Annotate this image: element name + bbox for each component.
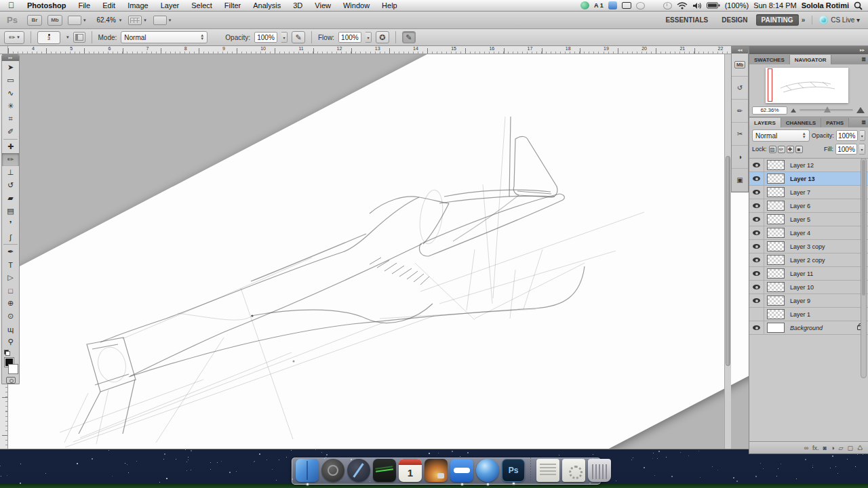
layer-visibility-toggle[interactable]: [749, 267, 764, 280]
pressure-size-button[interactable]: ✎: [402, 31, 416, 43]
workspace-essentials[interactable]: ESSENTIALS: [660, 14, 713, 26]
blur-tool[interactable]: ❜: [2, 218, 19, 230]
finder-dock-icon[interactable]: [296, 459, 319, 482]
layer-row[interactable]: Layer 11: [749, 267, 868, 281]
photoshop-dock-icon[interactable]: Ps: [502, 459, 525, 482]
sync-menu-icon[interactable]: [636, 2, 645, 9]
layers-fill-field[interactable]: 100%: [835, 144, 857, 155]
layer-row[interactable]: Layer 2 copy: [749, 253, 868, 267]
tools-panel-header[interactable]: ▸▸: [2, 55, 19, 61]
apple-menu-icon[interactable]: : [0, 1, 21, 10]
flow-field[interactable]: 100%: [338, 32, 361, 43]
layer-row[interactable]: Layer 1: [749, 308, 868, 321]
pressure-opacity-button[interactable]: ✎: [292, 31, 305, 43]
display-menu-icon[interactable]: [622, 2, 631, 9]
layer-thumbnail[interactable]: [764, 323, 787, 333]
menu-view[interactable]: View: [309, 1, 337, 9]
lasso-tool[interactable]: ∿: [2, 87, 19, 100]
layer-thumbnail[interactable]: [764, 255, 787, 265]
crop-tool[interactable]: ⌗: [2, 113, 19, 125]
layer-row[interactable]: Layer 5: [749, 213, 868, 226]
menu-analysis[interactable]: Analysis: [247, 1, 287, 9]
menu-help[interactable]: Help: [376, 1, 403, 9]
history-panel-icon[interactable]: ↺: [732, 77, 748, 100]
type-tool[interactable]: T: [2, 258, 19, 271]
layer-row[interactable]: Layer 9: [749, 294, 868, 308]
spotlight-icon[interactable]: [854, 1, 863, 10]
teamviewer-menu-icon[interactable]: [580, 1, 589, 9]
opacity-field[interactable]: 100%: [254, 32, 277, 43]
airbrush-button[interactable]: ✪: [376, 31, 389, 43]
layer-row[interactable]: Background: [749, 321, 868, 335]
layer-visibility-toggle[interactable]: [749, 308, 764, 321]
toggle-brush-panel-button[interactable]: [73, 32, 85, 43]
navigator-tab-swatches[interactable]: SWATCHES: [749, 55, 790, 64]
menu-image[interactable]: Image: [121, 1, 155, 9]
document-window[interactable]: 45678910111213141516171819202122: [0, 46, 749, 449]
background-color-swatch[interactable]: [8, 364, 18, 374]
activity-dock-icon[interactable]: [373, 459, 396, 482]
healing-brush-tool[interactable]: ✚: [2, 140, 19, 153]
layers-blend-mode-select[interactable]: Normal ▲▼: [752, 129, 810, 142]
canvas-area[interactable]: [8, 54, 749, 449]
menu-window[interactable]: Window: [337, 1, 376, 9]
layer-thumbnail[interactable]: [764, 174, 787, 184]
history-brush-tool[interactable]: ↺: [2, 179, 19, 192]
menu-select[interactable]: Select: [185, 1, 218, 9]
layer-visibility-toggle[interactable]: [749, 294, 764, 307]
flow-dropdown-arrow[interactable]: ▾: [366, 32, 372, 43]
icon-dock-header[interactable]: ◂◂: [732, 47, 748, 54]
menu-3d[interactable]: 3D: [287, 1, 309, 9]
lock-button-2[interactable]: ✚: [787, 146, 794, 153]
mini-bridge-panel-icon[interactable]: Mb: [732, 54, 748, 77]
menu-photoshop[interactable]: Photoshop: [21, 1, 72, 9]
battery-percent[interactable]: (100%): [725, 1, 749, 9]
layer-visibility-toggle[interactable]: [749, 253, 764, 266]
blend-mode-select[interactable]: Normal ▲▼: [121, 31, 208, 43]
wifi-menu-icon[interactable]: [677, 2, 688, 9]
mini-bridge-button[interactable]: Mb: [47, 15, 62, 26]
layer-visibility-toggle[interactable]: [749, 213, 764, 226]
zoom-in-icon[interactable]: [856, 107, 865, 113]
layer-thumbnail[interactable]: [764, 241, 787, 251]
shape-tool[interactable]: □: [2, 284, 19, 297]
navigator-zoom-field[interactable]: 62.36%: [752, 106, 787, 115]
clone-stamp-tool[interactable]: ⊥: [2, 166, 19, 179]
zoom-out-icon[interactable]: [791, 108, 796, 113]
new-layer-button[interactable]: ▢: [847, 445, 853, 451]
layer-thumbnail[interactable]: [764, 309, 787, 319]
navigator-tab-navigator[interactable]: NAVIGATOR: [790, 55, 832, 64]
default-colors-icon[interactable]: [4, 350, 10, 356]
volume-menu-icon[interactable]: [692, 2, 702, 9]
layer-thumbnail[interactable]: [764, 160, 787, 170]
zoom-level-control[interactable]: 62.4% ▾: [92, 16, 121, 24]
layers-opacity-arrow[interactable]: ▾: [860, 130, 865, 141]
zoom-tool[interactable]: ⚲: [2, 336, 19, 348]
smudge-tool[interactable]: ʃ: [2, 230, 19, 243]
orbit-3d-tool[interactable]: ⊙: [2, 310, 19, 323]
layers-tab-layers[interactable]: LAYERS: [749, 118, 781, 127]
opacity-dropdown-arrow[interactable]: ▾: [281, 32, 288, 43]
bluetooth-menu-icon[interactable]: [650, 1, 658, 10]
compass-dock-icon[interactable]: [347, 459, 370, 482]
layers-tab-channels[interactable]: CHANNELS: [781, 118, 821, 127]
clock-menu-icon[interactable]: [663, 2, 672, 9]
eyedropper-tool[interactable]: ✐: [2, 125, 19, 138]
navigator-thumbnail[interactable]: [766, 68, 848, 103]
screen-mode-button[interactable]: ▾: [153, 16, 172, 25]
cs-live-button[interactable]: CS Live ▾: [812, 16, 868, 24]
layer-row[interactable]: Layer 13: [749, 172, 868, 186]
layers-fill-arrow[interactable]: ▾: [859, 144, 865, 155]
navigator-panel-menu-icon[interactable]: ≣: [861, 56, 866, 62]
layer-visibility-toggle[interactable]: [749, 186, 764, 199]
arrange-documents-button[interactable]: ▾: [128, 16, 146, 25]
layer-thumbnail[interactable]: [764, 201, 787, 211]
layer-visibility-toggle[interactable]: [749, 240, 764, 253]
brush-preset-picker[interactable]: 3: [37, 31, 60, 44]
add-layer-mask-button[interactable]: ◙: [823, 445, 827, 451]
menu-filter[interactable]: Filter: [218, 1, 247, 9]
marquee-tool[interactable]: ▭: [2, 74, 19, 87]
layer-visibility-toggle[interactable]: [749, 226, 764, 239]
docs-stack-dock-icon[interactable]: [536, 459, 559, 482]
eraser-tool[interactable]: ▰: [2, 192, 19, 205]
